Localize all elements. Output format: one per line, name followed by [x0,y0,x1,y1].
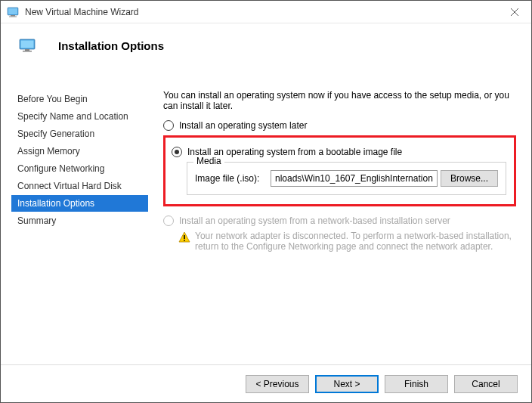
intro-text: You can install an operating system now … [163,90,516,111]
image-file-label: Image file (.iso): [195,173,271,184]
finish-button[interactable]: Finish [385,375,448,393]
main-content: You can install an operating system now … [148,76,531,364]
titlebar: New Virtual Machine Wizard [1,1,531,23]
monitor-icon [19,37,36,54]
radio-icon [163,215,174,226]
close-button[interactable] [497,1,531,23]
option-label: Install an operating system later [179,120,307,131]
option-install-from-network: Install an operating system from a netwo… [163,215,516,226]
svg-rect-11 [184,240,185,241]
sidebar-item-before-you-begin[interactable]: Before You Begin [11,91,148,107]
sidebar-item-configure-networking[interactable]: Configure Networking [11,160,148,177]
wizard-header: Installation Options [1,23,531,67]
wizard-footer: < Previous Next > Finish Cancel [1,364,531,402]
window-title: New Virtual Machine Wizard [25,7,139,17]
option-label: Install an operating system from a netwo… [179,215,450,226]
svg-rect-10 [184,235,185,239]
radio-icon [172,147,182,157]
page-title: Installation Options [58,39,164,52]
sidebar-item-specify-generation[interactable]: Specify Generation [11,126,148,142]
previous-button[interactable]: < Previous [246,375,309,393]
sidebar-item-connect-vhd[interactable]: Connect Virtual Hard Disk [11,178,148,194]
cancel-button[interactable]: Cancel [454,375,518,393]
svg-rect-9 [23,51,32,52]
wizard-window: New Virtual Machine Wizard Installation … [0,0,532,403]
sidebar-item-installation-options[interactable]: Installation Options [11,195,148,212]
app-icon [7,6,19,18]
image-file-input[interactable] [271,170,438,187]
sidebar-item-specify-name[interactable]: Specify Name and Location [11,108,148,125]
media-legend: Media [193,156,224,166]
svg-rect-2 [11,15,15,17]
browse-button[interactable]: Browse... [441,170,498,187]
sidebar-item-summary[interactable]: Summary [11,212,148,229]
warning-text: Your network adapter is disconnected. To… [195,231,516,252]
highlight-box: Install an operating system from a boota… [163,135,516,206]
radio-icon [163,120,174,131]
sidebar-item-assign-memory[interactable]: Assign Memory [11,143,148,160]
media-group: Media Image file (.iso): Browse... [187,162,506,195]
option-install-later[interactable]: Install an operating system later [163,120,516,131]
svg-rect-1 [8,8,17,14]
next-button[interactable]: Next > [315,375,379,393]
wizard-steps-sidebar: Before You Begin Specify Name and Locati… [1,76,148,364]
svg-rect-8 [25,49,29,51]
warning-icon [178,231,190,243]
svg-rect-3 [9,16,17,17]
close-icon [511,8,518,16]
network-warning: Your network adapter is disconnected. To… [163,231,516,252]
svg-rect-7 [21,41,34,48]
